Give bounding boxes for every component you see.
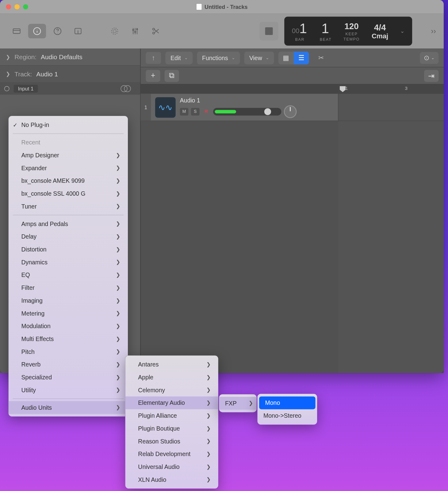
track-icon[interactable]: ∿∿ — [155, 97, 176, 117]
grid-view-button[interactable]: ▦ — [278, 51, 294, 64]
region-value: Audio Defaults — [41, 53, 82, 61]
lcd-chevron-icon[interactable]: ⌄ — [400, 28, 404, 34]
volume-slider[interactable] — [213, 108, 281, 115]
main-toolbar: 001 BAR 1 BEAT 120 KEEP TEMPO 4/4 Cmaj ⌄ — [0, 13, 444, 48]
toolbar-overflow-button[interactable]: ›› — [431, 27, 436, 36]
svg-rect-0 — [13, 29, 20, 33]
channel-strip-header: Input 1 — [0, 83, 140, 95]
timeline[interactable]: 1 3 — [339, 84, 444, 373]
track-name[interactable]: Audio 1 — [180, 97, 334, 103]
chevron-right-icon: ❯ — [6, 71, 10, 77]
svg-point-7 — [135, 31, 136, 33]
lcd-display[interactable]: 001 BAR 1 BEAT 120 KEEP TEMPO 4/4 Cmaj ⌄ — [284, 17, 412, 46]
track-value: Audio 1 — [36, 70, 58, 78]
menu-item-category[interactable]: Metering❯ — [9, 307, 128, 320]
menu-item-category[interactable]: Specialized❯ — [9, 371, 128, 384]
catch-button[interactable]: ⇥ — [424, 70, 438, 82]
menu-item-vendor[interactable]: XLN Audio❯ — [125, 473, 218, 486]
track-row-inspector[interactable]: ❯ Track: Audio 1 — [0, 66, 140, 83]
menu-item-category[interactable]: Dynamics❯ — [9, 256, 128, 269]
edit-menu[interactable]: Edit⌄ — [165, 51, 193, 64]
scissors-button[interactable] — [147, 24, 164, 38]
snap-button[interactable]: ✂︎ — [313, 52, 329, 64]
window-title: Untitled - Tracks — [0, 3, 444, 10]
ruler-tick: 3 — [405, 86, 408, 91]
menu-item-vendor[interactable]: Universal Audio❯ — [125, 460, 218, 473]
menu-item-category[interactable]: Multi Effects❯ — [9, 332, 128, 345]
record-enable-button[interactable]: R — [202, 108, 211, 115]
menu-item-mono[interactable]: Mono — [259, 397, 315, 409]
lcd-tempo-value: 120 — [343, 21, 360, 31]
menu-item-recent[interactable]: bx_console AMEK 9099❯ — [9, 175, 128, 187]
menu-item-category[interactable]: Filter❯ — [9, 281, 128, 294]
solo-button[interactable]: S — [191, 108, 200, 115]
svg-point-5 — [112, 28, 118, 34]
menu-item-fxp[interactable]: FXP❯ — [219, 397, 256, 410]
channel-config-menu: Mono Mono->Stereo — [258, 394, 317, 424]
svg-point-8 — [136, 29, 138, 30]
svg-point-6 — [132, 29, 134, 31]
view-menu[interactable]: View⌄ — [244, 51, 274, 64]
view-mode-segment: ▦ ☰ — [278, 51, 309, 64]
menu-item-vendor[interactable]: Reason Studios❯ — [125, 435, 218, 448]
plugin-menu: ✓No Plug-in Recent Amp Designer❯ Expande… — [9, 116, 128, 416]
hierarchy-up-button[interactable]: ↑ — [146, 52, 161, 64]
mute-button[interactable]: M — [180, 108, 189, 115]
menu-item-vendor[interactable]: Antares❯ — [125, 358, 218, 371]
menu-item-mono-stereo[interactable]: Mono->Stereo — [258, 409, 317, 422]
menu-item-vendor[interactable]: Plugin Boutique❯ — [125, 422, 218, 435]
waveform-icon: ∿∿ — [158, 102, 173, 112]
menu-item-no-plugin[interactable]: ✓No Plug-in — [9, 118, 128, 131]
library-button[interactable] — [8, 24, 25, 38]
menu-header-recent: Recent — [9, 136, 128, 149]
menu-item-category[interactable]: Modulation❯ — [9, 320, 128, 333]
menu-item-recent[interactable]: Amp Designer❯ — [9, 149, 128, 162]
plugin-submenu: FXP❯ — [219, 394, 256, 412]
menu-item-recent[interactable]: Tuner❯ — [9, 200, 128, 213]
svg-point-4 — [113, 29, 116, 33]
menu-item-vendor[interactable]: Celemony❯ — [125, 384, 218, 397]
menu-item-category[interactable]: Distortion❯ — [9, 243, 128, 256]
menu-item-audio-units[interactable]: Audio Units❯ — [9, 401, 128, 414]
region-row[interactable]: ❯ Region: Audio Defaults — [0, 48, 140, 66]
menu-item-recent[interactable]: bx_console SSL 4000 G❯ — [9, 187, 128, 200]
inspector-button[interactable] — [28, 24, 46, 38]
list-view-button[interactable]: ☰ — [294, 51, 309, 64]
menu-item-category[interactable]: Reverb❯ — [9, 358, 128, 371]
lcd-sig-value: 4/4 — [372, 22, 388, 32]
track-headers-column: 1 ∿∿ Audio 1 M S R — [141, 84, 339, 373]
pan-knob[interactable] — [284, 105, 297, 118]
ruler[interactable]: 1 3 — [339, 84, 444, 94]
menu-item-category[interactable]: Amps and Pedals❯ — [9, 217, 128, 230]
menu-item-category[interactable]: Utility❯ — [9, 384, 128, 397]
track-lane[interactable] — [339, 94, 444, 121]
menu-item-category[interactable]: Delay❯ — [9, 230, 128, 243]
settings-button[interactable]: ⊙ ⌄ — [420, 52, 438, 64]
stereo-icon[interactable] — [116, 85, 136, 92]
mixer-button[interactable] — [126, 24, 144, 38]
titlebar: Untitled - Tracks — [0, 0, 444, 13]
add-track-button[interactable]: + — [146, 70, 160, 82]
window-title-text: Untitled - Tracks — [205, 4, 248, 10]
stop-button[interactable] — [259, 22, 278, 40]
menu-item-vendor[interactable]: Relab Development❯ — [125, 448, 218, 461]
document-icon — [196, 3, 202, 10]
menu-item-vendor[interactable]: Apple❯ — [125, 371, 218, 384]
smart-controls-button[interactable] — [106, 24, 124, 38]
lcd-key-value: Cmaj — [372, 32, 388, 40]
duplicate-track-button[interactable]: ⧉ — [165, 70, 179, 82]
functions-menu[interactable]: Functions⌄ — [197, 51, 240, 64]
track-header[interactable]: 1 ∿∿ Audio 1 M S R — [141, 94, 339, 121]
menu-item-recent[interactable]: Expander❯ — [9, 162, 128, 175]
help-button[interactable] — [48, 24, 66, 38]
tracks-header-bar: + ⧉ ⇥ — [141, 67, 444, 85]
menu-item-category[interactable]: Pitch❯ — [9, 345, 128, 358]
lcd-tempo-keep: KEEP — [343, 32, 360, 36]
lcd-bar-value: 1 — [299, 21, 308, 36]
menu-item-vendor-selected[interactable]: Elementary Audio❯ — [125, 397, 218, 409]
toolbar-button[interactable] — [69, 24, 87, 38]
menu-item-category[interactable]: EQ❯ — [9, 269, 128, 282]
menu-item-vendor[interactable]: Plugin Alliance❯ — [125, 409, 218, 422]
menu-item-category[interactable]: Imaging❯ — [9, 294, 128, 307]
input-slot[interactable]: Input 1 — [13, 85, 38, 93]
